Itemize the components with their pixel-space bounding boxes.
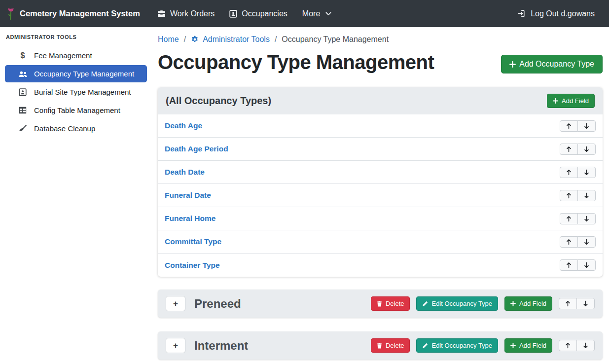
move-down-button[interactable]: [576, 340, 595, 351]
add-occupancy-type-button[interactable]: Add Occupancy Type: [501, 55, 603, 73]
nav-occupancies[interactable]: Occupancies: [222, 5, 295, 22]
reorder-buttons: [559, 340, 595, 351]
logout-icon: [518, 10, 526, 17]
delete-button[interactable]: Delete: [371, 338, 410, 353]
sidebar-item-label: Config Table Management: [34, 106, 120, 114]
move-down-button[interactable]: [577, 236, 596, 248]
delete-label: Delete: [386, 342, 404, 349]
field-row: Death Age: [158, 114, 603, 138]
add-field-button[interactable]: Add Field: [547, 94, 595, 108]
reorder-buttons: [560, 144, 596, 155]
field-link-container-type[interactable]: Container Type: [165, 261, 220, 270]
move-up-button[interactable]: [560, 144, 578, 155]
add-field-button[interactable]: Add Field: [504, 338, 552, 353]
field-link-funeral-date[interactable]: Funeral Date: [165, 191, 211, 200]
move-up-button[interactable]: [560, 213, 578, 224]
section-actions: Delete Edit Occupancy Type Add Field: [371, 338, 595, 353]
reorder-buttons: [560, 120, 596, 132]
move-up-button[interactable]: [560, 167, 578, 178]
field-row: Death Date: [158, 161, 603, 184]
broom-icon: [18, 125, 28, 133]
edit-occupancy-type-button[interactable]: Edit Occupancy Type: [416, 296, 498, 311]
reorder-buttons: [560, 190, 596, 201]
arrow-down-icon: [584, 123, 589, 129]
move-down-button[interactable]: [576, 298, 595, 309]
dollar-icon: $: [18, 52, 28, 60]
expand-button[interactable]: +: [166, 338, 185, 353]
move-up-button[interactable]: [559, 340, 577, 351]
chevron-down-icon: [325, 12, 331, 16]
add-field-button[interactable]: Add Field: [504, 296, 552, 311]
field-link-death-age[interactable]: Death Age: [165, 121, 202, 130]
arrow-down-icon: [584, 262, 589, 268]
field-link-funeral-home[interactable]: Funeral Home: [165, 214, 215, 223]
move-up-button[interactable]: [560, 236, 578, 248]
page-title: Occupancy Type Management: [158, 51, 434, 73]
logout-link[interactable]: Log Out d.gowans: [510, 5, 602, 22]
app-title: Cemetery Management System: [20, 9, 140, 18]
main-content: Home / Administrator Tools / Occupancy T…: [153, 27, 609, 364]
field-row: Committal Type: [158, 230, 603, 254]
sidebar-item-config-table-management[interactable]: Config Table Management: [5, 102, 147, 119]
section-actions: Delete Edit Occupancy Type Add Field: [371, 296, 595, 311]
sidebar-item-label: Burial Site Type Management: [34, 88, 131, 96]
nav-more[interactable]: More: [295, 5, 339, 22]
sidebar-item-fee-management[interactable]: $ Fee Management: [5, 47, 147, 64]
nav-work-orders[interactable]: Work Orders: [150, 5, 222, 22]
field-link-death-age-period[interactable]: Death Age Period: [165, 145, 228, 153]
field-link-committal-type[interactable]: Committal Type: [165, 237, 221, 246]
users-icon: [18, 71, 28, 77]
edit-occupancy-type-label: Edit Occupancy Type: [431, 300, 492, 307]
sidebar-heading: ADMINISTRATOR TOOLS: [0, 31, 153, 46]
move-down-button[interactable]: [577, 213, 596, 224]
page-header: Occupancy Type Management Add Occupancy …: [158, 51, 603, 73]
nav-work-orders-label: Work Orders: [170, 9, 215, 18]
plus-icon: [553, 98, 558, 104]
sidebar-item-burial-site-type-management[interactable]: Burial Site Type Management: [5, 83, 147, 101]
logout-label: Log Out d.gowans: [531, 9, 595, 18]
edit-occupancy-type-button[interactable]: Edit Occupancy Type: [416, 338, 498, 353]
add-field-label: Add Field: [562, 97, 589, 105]
sidebar-item-database-cleanup[interactable]: Database Cleanup: [5, 120, 147, 137]
sidebar: ADMINISTRATOR TOOLS $ Fee Management Occ…: [0, 27, 153, 364]
expand-button[interactable]: +: [166, 296, 185, 311]
arrow-down-icon: [584, 169, 589, 176]
app-brand[interactable]: Cemetery Management System: [7, 7, 140, 20]
reorder-buttons: [559, 298, 595, 309]
add-occupancy-type-label: Add Occupancy Type: [519, 60, 594, 69]
move-down-button[interactable]: [577, 120, 596, 132]
breadcrumb-admin-tools-link[interactable]: Administrator Tools: [191, 35, 270, 44]
table-icon: [18, 107, 28, 114]
section-title: Interment: [194, 339, 371, 353]
breadcrumb-current: Occupancy Type Management: [282, 35, 389, 44]
plus-icon: [510, 301, 516, 306]
arrow-down-icon: [584, 216, 589, 222]
section-title: Preneed: [194, 297, 371, 311]
edit-occupancy-type-label: Edit Occupancy Type: [431, 342, 492, 349]
move-down-button[interactable]: [577, 144, 596, 155]
all-occupancy-types-card: (All Occupancy Types) Add Field Death Ag…: [158, 87, 603, 277]
breadcrumb-home-link[interactable]: Home: [158, 35, 179, 44]
sidebar-item-occupancy-type-management[interactable]: Occupancy Type Management: [5, 65, 147, 82]
move-up-button[interactable]: [560, 259, 578, 271]
breadcrumb-separator: /: [275, 35, 277, 44]
move-up-button[interactable]: [559, 298, 577, 309]
arrow-down-icon: [583, 342, 588, 349]
arrow-up-icon: [566, 169, 572, 176]
burial-plot-icon: [18, 88, 28, 96]
move-down-button[interactable]: [577, 167, 596, 178]
delete-button[interactable]: Delete: [371, 296, 410, 311]
arrow-down-icon: [584, 192, 589, 199]
move-up-button[interactable]: [560, 120, 578, 132]
move-down-button[interactable]: [577, 259, 596, 271]
briefcase-icon: [157, 10, 166, 17]
top-navbar: Cemetery Management System Work Orders O…: [0, 0, 609, 27]
field-link-death-date[interactable]: Death Date: [165, 168, 205, 177]
move-down-button[interactable]: [577, 190, 596, 201]
move-up-button[interactable]: [560, 190, 578, 201]
arrow-up-icon: [566, 192, 572, 199]
nav-occupancies-label: Occupancies: [242, 9, 287, 18]
gear-icon: [191, 36, 199, 43]
arrow-down-icon: [584, 146, 589, 152]
field-row: Funeral Home: [158, 207, 603, 230]
